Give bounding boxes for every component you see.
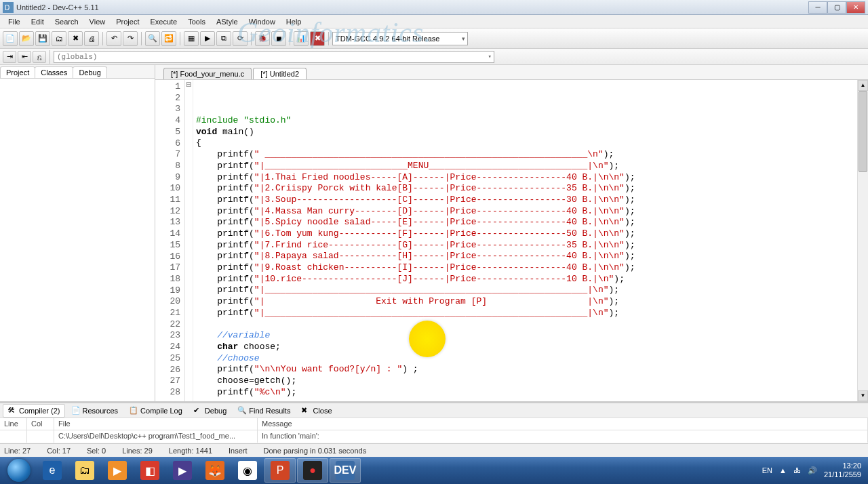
menu-search[interactable]: Search	[50, 16, 84, 27]
bottom-tab-close[interactable]: ✖Close	[296, 404, 336, 418]
code-line[interactable]: printf("|10.rice------------------[J]---…	[196, 274, 865, 285]
side-panel-content	[0, 79, 155, 401]
tray-clock[interactable]: 13:2021/11/2559	[824, 462, 861, 479]
undo-icon[interactable]: ↶	[106, 31, 121, 46]
save-icon[interactable]: 💾	[35, 31, 50, 46]
code-line[interactable]	[196, 398, 865, 401]
code-line[interactable]: printf("|3.Soup-------------------[C]---…	[196, 195, 865, 206]
bottom-tab-resources[interactable]: 📄Resources	[66, 404, 123, 418]
goto-bookmark-icon[interactable]: ⇥	[3, 51, 16, 63]
close-file-icon[interactable]: ✖	[68, 31, 83, 46]
code-line[interactable]: printf("|6.Tom yum kung-----------[F]---…	[196, 228, 865, 240]
menu-execute[interactable]: Execute	[144, 16, 182, 27]
profile2-icon[interactable]: ✖	[310, 31, 325, 46]
goto-icon[interactable]: ⎌	[33, 51, 46, 63]
code-line[interactable]: printf("|5.Spicy noodle salad-----[E]---…	[196, 217, 865, 228]
code-line[interactable]: printf("\n\nYou want food?[y/n] : ") ;	[196, 364, 865, 375]
bottom-tab-find-results[interactable]: 🔍Find Results	[233, 404, 295, 418]
code-line[interactable]: printf("|_______________________________…	[196, 285, 865, 296]
menu-view[interactable]: View	[84, 16, 111, 27]
code-line[interactable]: printf("|_______________________________…	[196, 308, 865, 319]
code-line[interactable]: printf(" _______________________________…	[196, 149, 865, 161]
print-icon[interactable]: 🖨	[84, 31, 99, 46]
task-record[interactable]: ●	[297, 458, 328, 483]
editor-tab[interactable]: [*] Food_your_menu.c	[163, 68, 252, 79]
side-tab-classes[interactable]: Classes	[35, 66, 73, 78]
tray-flag-icon[interactable]: ▲	[779, 466, 787, 474]
code-line[interactable]: void main()	[196, 127, 865, 138]
rebuild-icon[interactable]: ⟳	[233, 31, 248, 46]
side-tab-debug[interactable]: Debug	[73, 66, 106, 78]
side-tab-project[interactable]: Project	[0, 66, 35, 78]
menu-project[interactable]: Project	[111, 16, 144, 27]
compiler-grid-row[interactable]: C:\Users\Dell\Desktop\c++ program\Test1_…	[0, 430, 868, 443]
compiler-grid-header: Line Col File Message	[0, 418, 868, 430]
vertical-scrollbar[interactable]: ▲ ▼	[857, 80, 868, 401]
code-line[interactable]: choose=getch();	[196, 375, 865, 387]
scroll-thumb[interactable]	[859, 91, 867, 172]
menu-file[interactable]: File	[3, 16, 26, 27]
menu-edit[interactable]: Edit	[26, 16, 50, 27]
code-line[interactable]: printf("|2.Criispy Porck with kale[B]---…	[196, 183, 865, 195]
profile-icon[interactable]: 📊	[294, 31, 309, 46]
find-icon[interactable]: 🔍	[145, 31, 160, 46]
menu-astyle[interactable]: AStyle	[211, 16, 243, 27]
toggle-bookmark-icon[interactable]: ⇤	[18, 51, 31, 63]
tray-network-icon[interactable]: 🖧	[793, 466, 801, 474]
system-tray[interactable]: EN ▲ 🖧 🔊 13:2021/11/2559	[762, 462, 865, 479]
new-file-icon[interactable]: 📄	[3, 31, 18, 46]
compile-run-icon[interactable]: ⧉	[216, 31, 231, 46]
code-line[interactable]: printf("|1.Thai Fried noodles-----[A]---…	[196, 172, 865, 184]
save-all-icon[interactable]: 🗂	[52, 31, 66, 46]
bottom-tab-compiler-[interactable]: 🛠Compiler (2)	[3, 404, 65, 418]
task-media[interactable]: ▶	[102, 458, 133, 483]
code-line[interactable]: //variable	[196, 330, 865, 342]
menu-help[interactable]: Help	[281, 16, 307, 27]
start-button[interactable]	[3, 458, 35, 483]
tray-lang[interactable]: EN	[762, 466, 772, 474]
code-line[interactable]: {	[196, 138, 865, 149]
menu-window[interactable]: Window	[243, 16, 281, 27]
maximize-button[interactable]: ▢	[827, 1, 846, 14]
task-powerpoint[interactable]: P	[264, 458, 296, 483]
code-line[interactable]: printf("|8.Papaya salad-----------[H]---…	[196, 251, 865, 262]
debug-icon[interactable]: 🐞	[255, 31, 270, 46]
redo-icon[interactable]: ↷	[123, 31, 138, 46]
task-ie[interactable]: e	[37, 458, 68, 483]
stop-icon[interactable]: ⏹	[271, 31, 286, 46]
compiler-select[interactable]: TDM-GCC 4.9.2 64-bit Release	[332, 32, 468, 45]
code-line[interactable]: #include "stdio.h"	[196, 115, 865, 127]
code-line[interactable]: printf("%c\n");	[196, 387, 865, 399]
open-icon[interactable]: 📂	[19, 31, 34, 46]
close-button[interactable]: ✕	[846, 1, 865, 14]
task-devcpp[interactable]: DEV	[330, 458, 361, 483]
code-line[interactable]: printf("|___________________________MENU…	[196, 161, 865, 172]
task-firefox[interactable]: 🦊	[199, 458, 231, 483]
bottom-tab-compile-log[interactable]: 📋Compile Log	[124, 404, 187, 418]
code-content[interactable]: #include "stdio.h"void main(){ printf(" …	[193, 80, 868, 401]
minimize-button[interactable]: ─	[808, 1, 827, 14]
scope-select[interactable]: (globals)	[54, 51, 494, 63]
code-editor[interactable]: 1234567891011121314151617181920212223242…	[155, 80, 868, 401]
scroll-up-icon[interactable]: ▲	[858, 80, 868, 91]
task-explorer[interactable]: 🗂	[69, 458, 100, 483]
code-line[interactable]: printf("|4.Massa Man curry--------[D]---…	[196, 206, 865, 218]
code-line[interactable]: printf("| Exit with Program [P] |\n");	[196, 296, 865, 308]
code-line[interactable]: printf("|7.Frind rice-------------[G]---…	[196, 240, 865, 251]
task-app-red[interactable]: ◧	[134, 458, 165, 483]
bottom-tab-debug[interactable]: ✔Debug	[189, 404, 231, 418]
compile-icon[interactable]: ▦	[184, 31, 199, 46]
scroll-down-icon[interactable]: ▼	[858, 390, 868, 401]
task-chrome[interactable]: ◉	[232, 458, 263, 483]
code-line[interactable]: char choose;	[196, 342, 865, 353]
task-app-purple[interactable]: ▶	[167, 458, 198, 483]
menu-tools[interactable]: Tools	[182, 16, 211, 27]
tray-volume-icon[interactable]: 🔊	[808, 466, 817, 475]
fold-gutter[interactable]: ⊟	[185, 80, 193, 401]
code-line[interactable]	[196, 319, 865, 330]
code-line[interactable]: printf("|9.Roast chicken----------[I]---…	[196, 262, 865, 274]
replace-icon[interactable]: 🔁	[161, 31, 176, 46]
run-icon[interactable]: ▶	[200, 31, 215, 46]
code-line[interactable]: //choose	[196, 353, 865, 365]
editor-tab[interactable]: [*] Untitled2	[253, 68, 307, 79]
